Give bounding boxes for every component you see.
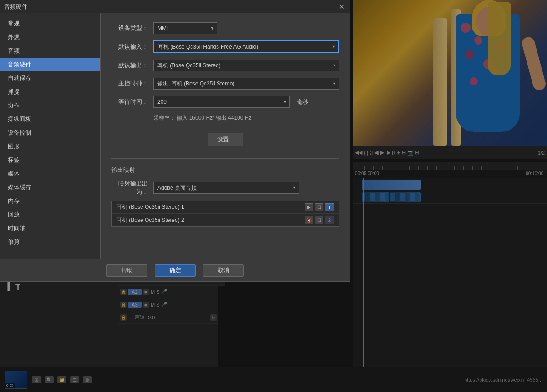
- output-mapping-title: 输出映射: [111, 166, 339, 174]
- device-type-row: 设备类型： MME ASIO DirectSound: [111, 22, 339, 34]
- master-clock-select-wrapper: 输出, 耳机 (Bose Qc35ii Stereo): [153, 78, 339, 90]
- nav-collaboration[interactable]: 协作: [0, 99, 100, 112]
- default-output-select[interactable]: 耳机 (Bose Qc35ii Stereo): [153, 60, 339, 71]
- dialog-close-btn[interactable]: ✕: [337, 2, 346, 11]
- nav-media-cache[interactable]: 媒体缓存: [0, 181, 100, 194]
- nav-timeline[interactable]: 时间轴: [0, 221, 100, 235]
- channel1-box-btn[interactable]: ☐: [315, 203, 323, 211]
- sample-rate-info: 采样率： 输入 16000 Hz/ 输出 44100 Hz: [153, 114, 339, 122]
- channel1-number: 1: [325, 203, 334, 211]
- nav-capture[interactable]: 捕捉: [0, 85, 100, 99]
- channel2-number: 2: [325, 216, 334, 224]
- wait-time-unit: 毫秒: [297, 98, 308, 106]
- channel-list: 耳机 (Bose Qc35ii Stereo) 1 ▶ ☐ 1 耳机 (Bose…: [111, 201, 339, 227]
- nav-audio[interactable]: 音频: [0, 44, 100, 58]
- nav-general[interactable]: 常规: [0, 17, 100, 30]
- dialog-titlebar: 音频硬件 ✕: [0, 0, 350, 13]
- default-input-control: 耳机 (Bose Qc35ii Hands-Free AG Audio): [153, 40, 339, 53]
- nav-device-control[interactable]: 设备控制: [0, 126, 100, 140]
- sample-rate-value: 输入 16000 Hz/ 输出 44100 Hz: [177, 115, 251, 121]
- wait-time-select-wrapper: 200 100 400: [153, 96, 290, 108]
- device-type-select-wrapper: MME ASIO DirectSound: [153, 22, 217, 34]
- dialog-footer: 帮助 确定 取消: [0, 259, 350, 281]
- mapping-output-label: 映射输出出为：: [111, 180, 148, 196]
- dialog-title: 音频硬件: [4, 3, 28, 11]
- nav-autosave[interactable]: 自动保存: [0, 71, 100, 85]
- ok-button[interactable]: 确定: [155, 264, 196, 277]
- mapping-output-select[interactable]: Adobe 桌面音频: [153, 182, 299, 194]
- nav-control-panel[interactable]: 操纵面板: [0, 112, 100, 126]
- default-input-row: 默认输入： 耳机 (Bose Qc35ii Hands-Free AG Audi…: [111, 40, 339, 53]
- channel-item-2: 耳机 (Bose Qc35ii Stereo) 2 🔇 ☐ 2: [112, 214, 339, 226]
- nav-audio-hardware[interactable]: 音频硬件: [0, 58, 100, 71]
- nav-graphics[interactable]: 图形: [0, 140, 100, 153]
- settings-button[interactable]: 设置...: [208, 133, 243, 146]
- default-output-select-wrapper: 耳机 (Bose Qc35ii Stereo): [153, 60, 339, 71]
- channel2-name: 耳机 (Bose Qc35ii Stereo) 2: [116, 216, 305, 224]
- default-output-label: 默认输出：: [111, 61, 148, 70]
- nav-trim[interactable]: 修剪: [0, 235, 100, 249]
- channel2-mute-btn[interactable]: 🔇: [305, 216, 313, 224]
- default-output-row: 默认输出： 耳机 (Bose Qc35ii Stereo): [111, 60, 339, 71]
- dialog-nav: 常规 外观 音频 音频硬件 自动保存 捕捉 协作 操纵面板 设备控制 图形 标签…: [0, 13, 101, 259]
- nav-labels[interactable]: 标签: [0, 153, 100, 167]
- channel2-controls: 🔇 ☐ 2: [305, 216, 334, 224]
- wait-time-label: 等待时间：: [111, 98, 148, 106]
- master-clock-control: 输出, 耳机 (Bose Qc35ii Stereo): [153, 78, 339, 90]
- cancel-button[interactable]: 取消: [203, 264, 244, 277]
- default-input-label: 默认输入：: [111, 43, 148, 51]
- master-clock-label: 主控时钟：: [111, 80, 148, 88]
- mapping-output-select-wrapper: Adobe 桌面音频: [153, 182, 299, 194]
- nav-media[interactable]: 媒体: [0, 167, 100, 181]
- nav-appearance[interactable]: 外观: [0, 30, 100, 44]
- dialog-body: 常规 外观 音频 音频硬件 自动保存 捕捉 协作 操纵面板 设备控制 图形 标签…: [0, 13, 350, 259]
- default-output-control: 耳机 (Bose Qc35ii Stereo): [153, 60, 339, 71]
- dialog-content: 设备类型： MME ASIO DirectSound 默认输入：: [101, 13, 350, 259]
- default-input-select-wrapper: 耳机 (Bose Qc35ii Hands-Free AG Audio): [153, 40, 339, 53]
- wait-time-control: 200 100 400 毫秒: [153, 96, 339, 108]
- device-type-select[interactable]: MME ASIO DirectSound: [153, 22, 217, 34]
- channel1-controls: ▶ ☐ 1: [305, 203, 334, 211]
- nav-playback[interactable]: 回放: [0, 208, 100, 221]
- channel-item-1: 耳机 (Bose Qc35ii Stereo) 1 ▶ ☐ 1: [112, 201, 339, 214]
- channel1-play-btn[interactable]: ▶: [305, 203, 313, 211]
- sample-rate-label: 采样率：: [153, 115, 175, 121]
- default-input-select[interactable]: 耳机 (Bose Qc35ii Hands-Free AG Audio): [154, 41, 339, 53]
- wait-time-row: 等待时间： 200 100 400 毫秒: [111, 96, 339, 108]
- mapping-output-row: 映射输出出为： Adobe 桌面音频: [111, 180, 339, 196]
- master-clock-select[interactable]: 输出, 耳机 (Bose Qc35ii Stereo): [153, 78, 339, 90]
- master-clock-row: 主控时钟： 输出, 耳机 (Bose Qc35ii Stereo): [111, 78, 339, 90]
- device-type-label: 设备类型：: [111, 24, 148, 32]
- help-button[interactable]: 帮助: [106, 264, 147, 277]
- audio-hardware-dialog: 音频硬件 ✕ 常规 外观 音频 音频硬件 自动保存 捕捉 协作 操纵面板 设备控…: [0, 0, 350, 282]
- device-type-control: MME ASIO DirectSound: [153, 22, 339, 34]
- divider: [111, 158, 339, 159]
- channel2-box-btn[interactable]: ☐: [315, 216, 323, 224]
- nav-memory[interactable]: 内存: [0, 194, 100, 208]
- channel1-name: 耳机 (Bose Qc35ii Stereo) 1: [116, 203, 305, 211]
- wait-time-select[interactable]: 200 100 400: [153, 96, 290, 108]
